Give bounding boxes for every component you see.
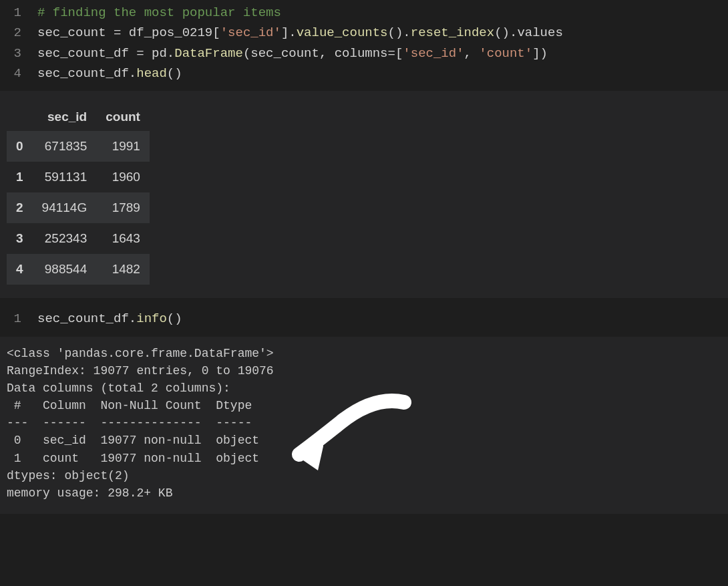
code-content[interactable]: sec_count_df.info() <box>37 309 182 329</box>
table-row: 06718351991 <box>7 131 150 162</box>
line-number: 1 <box>0 3 37 23</box>
row-index: 3 <box>7 223 33 254</box>
table-corner <box>7 103 33 131</box>
table-row: 32523431643 <box>7 223 150 254</box>
table-row: 15911311960 <box>7 162 150 192</box>
dataframe-table: sec_id count 067183519911591131196029411… <box>7 103 150 285</box>
row-index: 1 <box>7 162 33 192</box>
line-number: 1 <box>0 309 37 329</box>
row-index: 0 <box>7 131 33 162</box>
line-number: 3 <box>0 43 37 63</box>
cell-count: 1960 <box>96 162 150 192</box>
column-header: count <box>96 103 150 131</box>
code-line: 1sec_count_df.info() <box>0 309 728 329</box>
code-cell-1[interactable]: 1# finding the most popular items2sec_co… <box>0 0 728 91</box>
code-line: 3sec_count_df = pd.DataFrame(sec_count, … <box>0 43 728 63</box>
code-line: 2sec_count = df_pos_0219['sec_id'].value… <box>0 23 728 43</box>
cell-sec-id: 591131 <box>33 162 97 192</box>
code-content[interactable]: sec_count_df = pd.DataFrame(sec_count, c… <box>37 43 548 63</box>
code-content[interactable]: sec_count = df_pos_0219['sec_id'].value_… <box>37 23 563 43</box>
cell-sec-id: 671835 <box>33 131 97 162</box>
cell-sec-id: 252343 <box>33 223 97 254</box>
table-row: 294114G1789 <box>7 192 150 223</box>
info-text: <class 'pandas.core.frame.DataFrame'> Ra… <box>7 345 721 502</box>
cell-count: 1991 <box>96 131 150 162</box>
row-index: 4 <box>7 254 33 285</box>
column-header: sec_id <box>33 103 97 131</box>
info-output: <class 'pandas.core.frame.DataFrame'> Ra… <box>0 337 728 514</box>
code-content[interactable]: sec_count_df.head() <box>37 63 182 84</box>
code-cell-2[interactable]: 1sec_count_df.info() <box>0 302 728 337</box>
code-content[interactable]: # finding the most popular items <box>37 3 281 23</box>
code-line: 1# finding the most popular items <box>0 3 728 23</box>
cell-count: 1789 <box>96 192 150 223</box>
line-number: 4 <box>0 63 37 84</box>
dataframe-output: sec_id count 067183519911591131196029411… <box>0 91 728 298</box>
cell-sec-id: 988544 <box>33 254 97 285</box>
code-line: 4sec_count_df.head() <box>0 63 728 84</box>
cell-count: 1482 <box>96 254 150 285</box>
cell-sec-id: 94114G <box>33 192 97 223</box>
table-row: 49885441482 <box>7 254 150 285</box>
row-index: 2 <box>7 192 33 223</box>
line-number: 2 <box>0 23 37 43</box>
cell-count: 1643 <box>96 223 150 254</box>
